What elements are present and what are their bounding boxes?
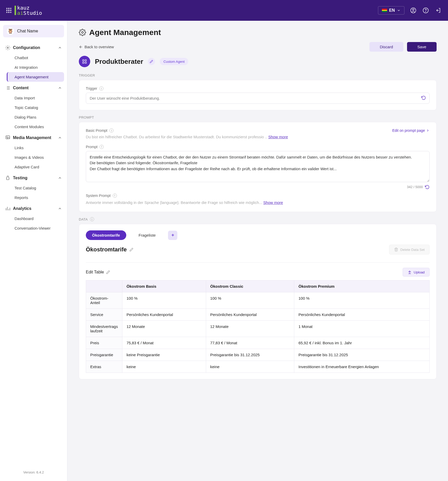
nav-item-dashboard[interactable]: Dashboard [12,214,64,223]
edit-prompt-page-link[interactable]: Edit on prompt page [392,128,430,133]
tab-frageliste[interactable]: Frageliste [132,230,162,240]
pencil-icon [106,270,110,274]
delete-dataset-button[interactable]: Delete Data Set [389,245,430,255]
sidebar: 🦉 Chat Name ConfigurationChatbotAI Integ… [0,21,67,481]
nav-heading-analytics[interactable]: Analytics [3,203,64,214]
revert-icon[interactable] [421,95,427,101]
table-cell: Extras [86,361,122,373]
system-prompt-text: Antworte immer vollständig in der Sprach… [86,200,262,205]
nav-item-content-modules[interactable]: Content Modules [12,122,64,132]
discard-button[interactable]: Discard [369,42,403,52]
revert-icon[interactable] [425,185,430,189]
pencil-icon[interactable] [129,248,134,252]
info-icon[interactable]: i [99,86,103,91]
prompt-field-label: Prompt [86,145,97,149]
svg-point-3 [425,11,426,12]
svg-rect-20 [83,60,84,61]
chat-selector[interactable]: 🦉 Chat Name [3,25,64,37]
table-cell: Preis [86,337,122,349]
info-icon[interactable]: i [90,217,94,221]
nav-heading-content[interactable]: Content [3,83,64,93]
back-link-label: Back to overview [85,45,114,49]
table-row: Mindestvertragslaufzeit12 Monate12 Monat… [86,321,430,337]
apps-menu-icon[interactable] [6,8,11,13]
nav-item-adaptive-card[interactable]: Adaptive Card [12,162,64,172]
system-prompt-label: System Prompt [86,194,111,198]
nav-item-links[interactable]: Links [12,143,64,153]
help-icon[interactable] [422,7,429,14]
info-icon[interactable]: i [109,128,114,133]
nav-item-conversation-viewer[interactable]: Conversation-Viewer [12,223,64,233]
upload-icon [408,270,412,274]
trigger-input[interactable] [86,93,430,104]
edit-agent-name-button[interactable] [148,58,155,65]
table-cell: 77,83 € / Monat [206,337,294,349]
data-table: Ökostrom BasisÖkostrom ClassicÖkostrom P… [86,280,430,373]
svg-rect-23 [83,62,84,64]
user-icon[interactable] [410,7,417,14]
show-more-link[interactable]: Show more [268,135,288,139]
table-cell: Persönliches Kundenportal [294,309,430,321]
table-cell: 12 Monate [122,321,206,337]
table-cell: Persönliches Kundenportal [122,309,206,321]
nav-item-data-import[interactable]: Data Import [12,93,64,103]
nav-item-ai-integration[interactable]: AI Integration [12,63,64,72]
table-cell: 75,83 € / Monat [122,337,206,349]
save-button[interactable]: Save [407,42,437,52]
table-cell: Preisgarantie bis 31.12.2025 [294,349,430,361]
chevron-up-icon [58,136,62,140]
nav-heading-media-management[interactable]: Media Management [3,133,64,143]
show-more-link[interactable]: Show more [263,200,283,205]
upload-button-label: Upload [414,270,425,274]
nav-heading-configuration[interactable]: Configuration [3,43,64,53]
trigger-section-label: TRIGGER [79,73,437,77]
svg-point-1 [412,9,414,10]
nav-item-agent-management[interactable]: Agent Management [7,72,64,82]
nav-item-chatbot[interactable]: Chatbot [12,53,64,63]
nav-item-test-catalog[interactable]: Test Catalog [12,183,64,193]
table-row: Preis75,83 € / Monat77,83 € / Monat65,92… [86,337,430,349]
tab-ökostromtarife[interactable]: Ökostromtarife [86,230,126,240]
table-cell: keine [206,361,294,373]
trigger-card: Trigger i [79,80,437,110]
nav-item-images-&-videos[interactable]: Images & Videos [12,153,64,162]
add-tab-button[interactable]: + [168,231,177,240]
table-cell: 100 % [122,292,206,309]
dataset-name: Ökostromtarife [86,246,127,253]
table-cell: 1 Monat [294,321,430,337]
agent-type-badge: Custom Agent [160,58,188,65]
table-cell: Mindestvertragslaufzeit [86,321,122,337]
edit-table-label: Edit Table [86,270,104,274]
logout-icon[interactable] [435,7,442,14]
table-header: Ökostrom Premium [294,280,430,292]
chat-name-label: Chat Name [17,29,38,33]
chevron-up-icon [58,207,62,211]
prompt-textarea[interactable] [86,151,430,182]
edit-table-link[interactable]: Edit Table [86,270,110,274]
nav-heading-testing[interactable]: Testing [3,173,64,183]
back-link[interactable]: Back to overview [79,45,114,49]
language-switcher[interactable]: EN [378,6,404,15]
nav-item-reports[interactable]: Reports [12,193,64,202]
chevron-up-icon [58,176,62,180]
nav-item-dialog-plans[interactable]: Dialog Plans [12,112,64,122]
language-label: EN [389,8,395,13]
nav-item-topic-catalog[interactable]: Topic Catalog [12,103,64,112]
table-cell: Preisgarantie [86,349,122,361]
table-cell: 65,92 € / inkl. Bonus im 1. Jahr [294,337,430,349]
svg-rect-22 [85,62,87,64]
logo: kauzaiStudio [15,5,42,16]
info-icon[interactable]: i [113,194,117,198]
prompt-card: Basic Prompt i Edit on prompt page Du bi… [79,122,437,212]
data-section-label: DATA [79,217,88,221]
svg-point-12 [7,137,8,138]
basic-prompt-label: Basic Prompt [86,128,107,133]
upload-button[interactable]: Upload [403,268,430,277]
info-icon[interactable]: i [100,145,104,149]
agent-name: Produktberater [95,58,143,66]
delete-button-label: Delete Data Set [400,248,425,252]
chat-avatar-icon: 🦉 [7,28,14,35]
svg-rect-21 [85,60,87,61]
gear-icon [79,29,86,36]
table-cell: Service [86,309,122,321]
